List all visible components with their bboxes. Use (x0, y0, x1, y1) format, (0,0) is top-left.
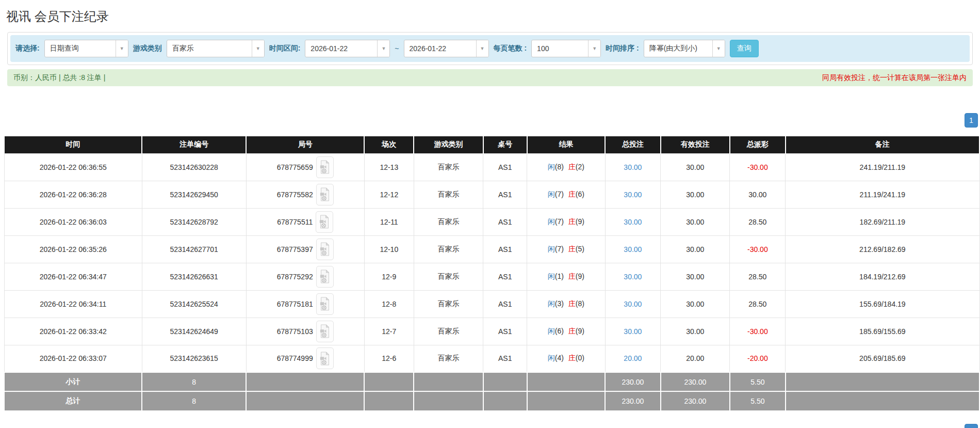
result-player-score: (7) (555, 190, 566, 198)
cell-game-type: 百家乐 (414, 345, 483, 372)
date-to-dropdown[interactable]: 2026-01-22 ▼ (404, 40, 489, 57)
total-bet-link[interactable]: 20.00 (624, 354, 642, 362)
result-banker: 庄 (568, 354, 576, 362)
result-banker: 庄 (568, 327, 576, 335)
round-number: 678775397 (277, 245, 313, 253)
video-file-icon[interactable] (316, 184, 334, 205)
page-button-1[interactable]: 1 (965, 113, 978, 128)
cell-valid-bet: 30.00 (661, 290, 730, 318)
total-bet-link[interactable]: 30.00 (624, 300, 642, 308)
cell-game-type: 百家乐 (414, 235, 483, 263)
result-player-score: (6) (555, 327, 566, 335)
video-file-icon[interactable] (316, 239, 334, 260)
valid-bet-notice: 同局有效投注，统一计算在该局第一张注单内 (822, 73, 967, 83)
result-player-score: (3) (555, 299, 566, 308)
column-header: 游戏类别 (414, 136, 483, 153)
page-size-dropdown[interactable]: 100 ▼ (531, 40, 601, 57)
cell-bet-id: 523142626631 (142, 263, 246, 290)
footer-session (364, 391, 414, 410)
footer-round (246, 372, 364, 391)
table-row: 2026-01-22 06:36:03 523142628792 6787755… (5, 208, 980, 235)
column-header: 总投注 (605, 136, 661, 153)
caret-down-icon[interactable]: ▼ (377, 40, 389, 57)
caret-down-icon[interactable]: ▼ (252, 40, 264, 57)
result-player: 闲 (548, 299, 555, 308)
result-banker-score: (9) (576, 272, 584, 280)
footer-game (414, 372, 483, 391)
time-sort-value: 降幂(由大到小) (644, 40, 712, 57)
video-file-icon[interactable] (316, 266, 334, 288)
video-file-icon[interactable] (316, 211, 333, 233)
table-row: 2026-01-22 06:36:55 523142630228 6787756… (5, 153, 980, 181)
cell-total-bet: 30.00 (605, 235, 661, 263)
caret-down-icon[interactable]: ▼ (116, 40, 128, 57)
footer-result (527, 372, 605, 391)
round-number: 678775103 (277, 327, 313, 336)
search-button[interactable]: 查询 (730, 40, 759, 57)
cell-table-no: AS1 (483, 318, 527, 345)
video-file-icon[interactable] (316, 293, 334, 315)
table-row: 2026-01-22 06:34:11 523142625524 6787751… (5, 290, 980, 318)
footer-session (364, 372, 414, 391)
footer-label: 总计 (5, 391, 142, 410)
date-from-value: 2026-01-22 (305, 40, 377, 57)
total-bet-link[interactable]: 30.00 (624, 218, 642, 226)
result-banker: 庄 (568, 272, 576, 280)
cell-round: 678775103 (246, 318, 364, 345)
game-type-dropdown[interactable]: 百家乐 ▼ (167, 40, 265, 57)
cell-round: 678775511 (246, 208, 364, 235)
cell-payout: -30.00 (730, 318, 786, 345)
result-player-score: (4) (555, 354, 566, 362)
total-bet-link[interactable]: 30.00 (624, 273, 642, 281)
column-header: 桌号 (483, 136, 527, 153)
table-row: 2026-01-22 06:33:07 523142623615 6787749… (5, 345, 980, 372)
cell-result: 闲(8) 庄(2) (527, 153, 605, 181)
result-player: 闲 (548, 163, 555, 171)
cell-valid-bet: 30.00 (661, 318, 730, 345)
total-bet-link[interactable]: 30.00 (624, 245, 642, 253)
table-row: 2026-01-22 06:34:47 523142626631 6787752… (5, 263, 980, 290)
video-file-icon[interactable] (316, 347, 334, 369)
footer-note (786, 391, 979, 410)
time-sort-dropdown[interactable]: 降幂(由大到小) ▼ (644, 40, 725, 57)
pagination-top: 1 (0, 113, 978, 128)
cell-note: 212.69/182.69 (786, 235, 979, 263)
video-file-icon[interactable] (316, 321, 334, 342)
result-banker: 庄 (568, 190, 576, 198)
cell-valid-bet: 30.00 (661, 208, 730, 235)
video-file-icon[interactable] (316, 156, 334, 178)
currency-total-summary: 币别：人民币 | 总共 :8 注单 | (13, 73, 105, 83)
cell-bet-id: 523142628792 (142, 208, 246, 235)
footer-total-bet: 230.00 (605, 372, 661, 391)
cell-round: 678775659 (246, 153, 364, 181)
footer-round (246, 391, 364, 410)
total-bet-link[interactable]: 30.00 (624, 163, 642, 171)
result-player: 闲 (548, 217, 555, 226)
cell-table-no: AS1 (483, 345, 527, 372)
date-to-value: 2026-01-22 (404, 40, 476, 57)
caret-down-icon[interactable]: ▼ (712, 40, 725, 57)
result-player: 闲 (548, 272, 555, 280)
cell-game-type: 百家乐 (414, 290, 483, 318)
page-button-1[interactable]: 1 (965, 424, 978, 428)
result-banker: 庄 (568, 299, 576, 308)
result-player: 闲 (548, 245, 555, 253)
total-bet-link[interactable]: 30.00 (624, 327, 642, 336)
cell-total-bet: 30.00 (605, 153, 661, 181)
cell-session: 12-6 (364, 345, 414, 372)
cell-session: 12-9 (364, 263, 414, 290)
cell-valid-bet: 30.00 (661, 263, 730, 290)
cell-table-no: AS1 (483, 153, 527, 181)
query-type-dropdown[interactable]: 日期查询 ▼ (44, 40, 128, 57)
cell-session: 12-10 (364, 235, 414, 263)
caret-down-icon[interactable]: ▼ (588, 40, 600, 57)
footer-valid-bet: 230.00 (661, 372, 730, 391)
cell-total-bet: 30.00 (605, 181, 661, 208)
caret-down-icon[interactable]: ▼ (476, 40, 488, 57)
page-size-label: 每页笔数 : (494, 44, 527, 53)
cell-total-bet: 30.00 (605, 263, 661, 290)
date-from-dropdown[interactable]: 2026-01-22 ▼ (305, 40, 390, 57)
cell-table-no: AS1 (483, 235, 527, 263)
total-bet-link[interactable]: 30.00 (624, 191, 642, 199)
pagination-bottom: 1 (965, 424, 978, 428)
